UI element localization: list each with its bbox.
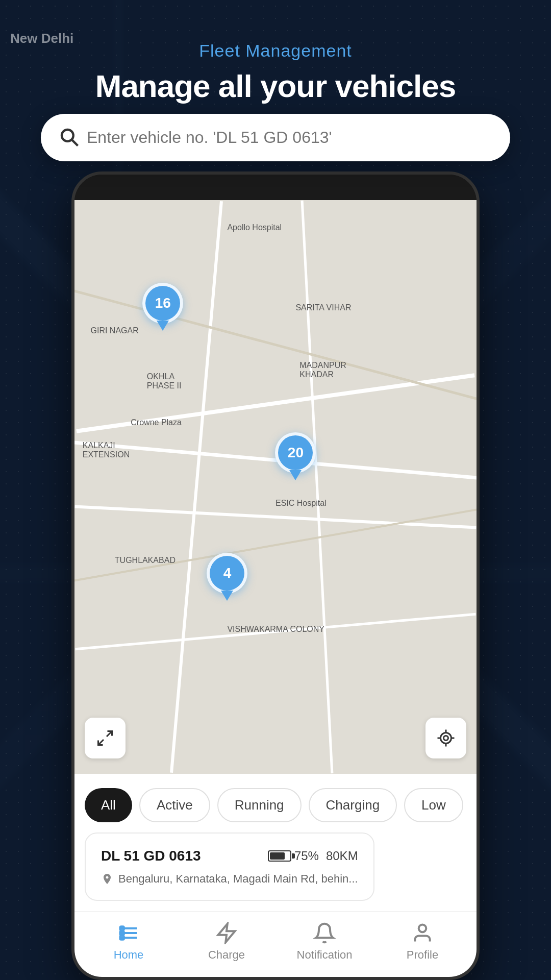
phone-mockup: GIRI NAGAR OKHLAPHASE II KALKAJIEXTENSIO…	[71, 172, 480, 980]
map-background: GIRI NAGAR OKHLAPHASE II KALKAJIEXTENSIO…	[74, 200, 477, 774]
map-road	[74, 271, 477, 419]
battery-icon: 75%	[268, 849, 319, 863]
filter-low[interactable]: Low	[404, 788, 463, 822]
vehicle-list: DL 51 GD 0613 75% 80KM	[74, 832, 477, 911]
svg-point-5	[441, 733, 452, 744]
vehicle-location: Bengaluru, Karnataka, Magadi Main Rd, be…	[101, 872, 358, 886]
cluster-tail	[157, 321, 169, 331]
cluster-marker-20[interactable]: 20	[275, 432, 316, 473]
svg-point-17	[419, 925, 427, 933]
battery-fill	[270, 852, 285, 860]
map-area[interactable]: GIRI NAGAR OKHLAPHASE II KALKAJIEXTENSIO…	[74, 200, 477, 774]
search-icon	[58, 126, 80, 150]
map-label: GIRI NAGAR	[91, 326, 139, 335]
filter-running[interactable]: Running	[217, 788, 302, 822]
map-label: KALKAJIEXTENSION	[83, 441, 130, 459]
cluster-tail	[289, 470, 302, 480]
svg-point-4	[444, 736, 448, 741]
home-icon	[117, 922, 140, 944]
status-bar	[74, 175, 477, 200]
search-bar-container	[41, 114, 510, 161]
battery-bar	[268, 850, 291, 862]
content-wrapper: Fleet Management Manage all your vehicle…	[0, 0, 551, 980]
vehicle-card-header: DL 51 GD 0613 75% 80KM	[101, 848, 358, 864]
vehicle-range: 80KM	[326, 849, 358, 863]
svg-line-2	[107, 731, 112, 737]
map-label: OKHLAPHASE II	[147, 372, 182, 390]
notification-icon	[313, 922, 336, 944]
nav-item-profile[interactable]: Profile	[392, 922, 453, 962]
map-road	[74, 505, 476, 529]
map-controls	[74, 718, 477, 758]
map-road	[300, 201, 333, 774]
map-road	[74, 434, 477, 486]
vehicle-stats: 75% 80KM	[268, 849, 358, 863]
expand-button[interactable]	[85, 718, 126, 758]
nav-label-profile: Profile	[407, 948, 438, 962]
nav-item-charge[interactable]: Charge	[196, 922, 257, 962]
svg-line-1	[72, 140, 78, 145]
cluster-marker-4[interactable]: 4	[207, 553, 247, 594]
filter-active[interactable]: Active	[139, 788, 210, 822]
header: Fleet Management Manage all your vehicle…	[0, 0, 551, 119]
header-title: Manage all your vehicles	[20, 69, 531, 104]
map-label: ESIC Hospital	[276, 499, 327, 508]
nav-label-charge: Charge	[208, 948, 245, 962]
nav-item-notification[interactable]: Notification	[294, 922, 355, 962]
search-input[interactable]	[41, 114, 510, 161]
charge-icon	[215, 922, 238, 944]
location-text: Bengaluru, Karnataka, Magadi Main Rd, be…	[118, 872, 358, 886]
locate-button[interactable]	[425, 718, 466, 758]
filter-section: All Active Running Charging Low	[74, 774, 477, 832]
cluster-tail	[221, 591, 233, 601]
filter-charging[interactable]: Charging	[309, 788, 397, 822]
bottom-nav: Home Charge Notification	[74, 911, 477, 977]
battery-percent: 75%	[294, 849, 319, 863]
vehicle-id: DL 51 GD 0613	[101, 848, 201, 864]
map-label: MADANPURKHADAR	[299, 361, 346, 379]
map-label: VISHWAKARMA COLONY	[227, 625, 324, 634]
map-road	[170, 201, 223, 773]
map-label: TUGHLAKABAD	[115, 556, 176, 565]
header-subtitle: Fleet Management	[20, 41, 531, 61]
map-label: Apollo Hospital	[227, 223, 282, 232]
profile-icon	[411, 922, 434, 944]
filter-all[interactable]: All	[85, 788, 132, 822]
svg-marker-16	[218, 924, 235, 943]
svg-line-3	[98, 740, 104, 745]
svg-point-0	[62, 130, 73, 141]
map-label: Crowne Plaza	[131, 418, 182, 427]
nav-label-home: Home	[114, 948, 144, 962]
nav-label-notification: Notification	[297, 948, 353, 962]
map-label: SARITA VIHAR	[295, 303, 351, 312]
nav-item-home[interactable]: Home	[98, 922, 159, 962]
vehicle-card-0[interactable]: DL 51 GD 0613 75% 80KM	[85, 832, 374, 901]
